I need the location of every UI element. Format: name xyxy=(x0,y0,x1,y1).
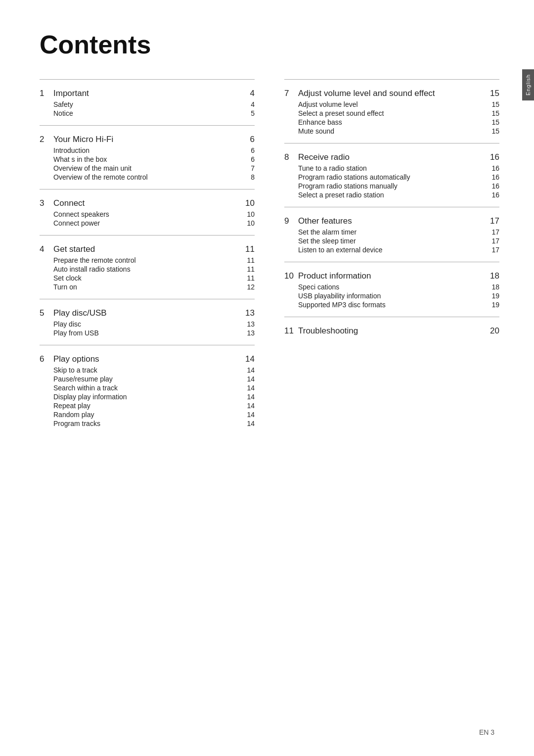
toc-sub-title: USB playability information xyxy=(298,292,485,300)
toc-sub-title: Turn on xyxy=(53,283,240,291)
toc-sub-row: Tune to a radio station16 xyxy=(284,164,499,172)
toc-sub-row: Auto install radio stations11 xyxy=(40,265,255,273)
right-column: 7Adjust volume level and sound effect15A… xyxy=(284,79,499,435)
toc-sub-row: Adjust volume level15 xyxy=(284,100,499,108)
toc-sub-title: Program tracks xyxy=(53,420,240,427)
toc-sub-title: Select a preset radio station xyxy=(298,191,485,199)
toc-section: 7Adjust volume level and sound effect15A… xyxy=(284,79,499,143)
toc-sub-page: 15 xyxy=(485,109,499,117)
left-column: 1Important4Safety4Notice52Your Micro Hi-… xyxy=(40,79,255,435)
toc-sub-title: Notice xyxy=(53,109,240,117)
toc-section-title: Receive radio xyxy=(298,152,485,162)
toc-sub-title: Prepare the remote control xyxy=(53,256,240,264)
language-tab: English xyxy=(522,69,534,100)
toc-sub-row: Play disc13 xyxy=(40,320,255,328)
toc-sub-page: 14 xyxy=(240,375,255,383)
toc-sub-title: Introduction xyxy=(53,146,240,154)
toc-sub-row: Supported MP3 disc formats19 xyxy=(284,301,499,309)
toc-sub-page: 5 xyxy=(240,109,255,117)
toc-sub-row: Skip to a track14 xyxy=(40,366,255,374)
toc-sub-row: Enhance bass15 xyxy=(284,118,499,126)
toc-sub-row: Safety4 xyxy=(40,100,255,108)
toc-section-page: 13 xyxy=(240,308,255,318)
toc-sub-title: Tune to a radio station xyxy=(298,164,485,172)
toc-sub-title: Skip to a track xyxy=(53,366,240,374)
page: English Contents 1Important4Safety4Notic… xyxy=(0,0,534,756)
toc-sub-row: Notice5 xyxy=(40,109,255,117)
toc-section: 10Product information18Speci cations18US… xyxy=(284,262,499,317)
toc-sub-page: 12 xyxy=(240,283,255,291)
toc-sub-title: Auto install radio stations xyxy=(53,265,240,273)
toc-main-row: 10Product information18 xyxy=(284,271,499,281)
toc-main-row: 11Troubleshooting20 xyxy=(284,326,499,336)
toc-section: 1Important4Safety4Notice5 xyxy=(40,79,255,125)
toc-section-number: 2 xyxy=(40,135,53,144)
toc-sub-page: 14 xyxy=(240,411,255,419)
toc-sub-page: 16 xyxy=(485,191,499,199)
toc-sub-page: 17 xyxy=(485,246,499,254)
toc-sub-page: 19 xyxy=(485,292,499,300)
toc-section-title: Troubleshooting xyxy=(298,326,485,336)
toc-sub-title: Program radio stations manually xyxy=(298,182,485,190)
toc-section-number: 6 xyxy=(40,354,53,364)
toc-sub-page: 13 xyxy=(240,329,255,337)
toc-sub-title: Safety xyxy=(53,100,240,108)
toc-section-title: Product information xyxy=(298,271,485,281)
toc-sub-row: USB playability information19 xyxy=(284,292,499,300)
toc-sub-title: Speci cations xyxy=(298,283,485,291)
toc-sub-page: 15 xyxy=(485,127,499,135)
toc-section-page: 20 xyxy=(485,326,499,336)
toc-section-page: 15 xyxy=(485,89,499,98)
toc-main-row: 7Adjust volume level and sound effect15 xyxy=(284,89,499,98)
toc-sub-row: Program radio stations automatically16 xyxy=(284,173,499,181)
toc-section: 11Troubleshooting20 xyxy=(284,317,499,345)
toc-sub-row: Program radio stations manually16 xyxy=(284,182,499,190)
toc-section-title: Play options xyxy=(53,354,240,364)
toc-sub-page: 11 xyxy=(240,274,255,282)
toc-sub-title: Set the sleep timer xyxy=(298,237,485,245)
toc-section: 2Your Micro Hi-Fi6Introduction6What s in… xyxy=(40,125,255,189)
toc-section-number: 4 xyxy=(40,244,53,254)
toc-sub-page: 15 xyxy=(485,118,499,126)
toc-section: 6Play options14Skip to a track14Pause/re… xyxy=(40,345,255,435)
toc-section: 9Other features17Set the alarm timer17Se… xyxy=(284,207,499,262)
toc-sub-page: 14 xyxy=(240,402,255,410)
toc-sub-row: Play from USB13 xyxy=(40,329,255,337)
toc-sub-page: 4 xyxy=(240,100,255,108)
toc-section-number: 9 xyxy=(284,216,298,226)
toc-sub-row: Connect power10 xyxy=(40,219,255,227)
toc-sub-row: Set the sleep timer17 xyxy=(284,237,499,245)
toc-section-page: 17 xyxy=(485,216,499,226)
toc-section-number: 5 xyxy=(40,308,53,318)
toc-sub-row: Pause/resume play14 xyxy=(40,375,255,383)
toc-section-number: 3 xyxy=(40,198,53,208)
toc-section-page: 4 xyxy=(240,89,255,98)
toc-sub-title: Connect power xyxy=(53,219,240,227)
toc-sub-page: 18 xyxy=(485,283,499,291)
toc-main-row: 5Play disc/USB13 xyxy=(40,308,255,318)
toc-sub-row: Overview of the remote control8 xyxy=(40,173,255,181)
toc-section-page: 16 xyxy=(485,152,499,162)
toc-sub-title: Play from USB xyxy=(53,329,240,337)
toc-sub-page: 11 xyxy=(240,265,255,273)
toc-sub-row: Select a preset radio station16 xyxy=(284,191,499,199)
toc-sub-title: Connect speakers xyxy=(53,210,240,218)
toc-sub-title: Display play information xyxy=(53,393,240,401)
toc-sub-page: 7 xyxy=(240,164,255,172)
toc-sub-page: 14 xyxy=(240,420,255,427)
toc-section-title: Important xyxy=(53,89,240,98)
toc-sub-title: Set clock xyxy=(53,274,240,282)
toc-section-page: 14 xyxy=(240,354,255,364)
page-title: Contents xyxy=(40,30,499,59)
toc-sub-title: Supported MP3 disc formats xyxy=(298,301,485,309)
toc-sub-row: Turn on12 xyxy=(40,283,255,291)
toc-sub-title: What s in the box xyxy=(53,155,240,163)
toc-sub-row: Set the alarm timer17 xyxy=(284,228,499,236)
toc-section: 5Play disc/USB13Play disc13Play from USB… xyxy=(40,299,255,345)
toc-sub-row: Display play information14 xyxy=(40,393,255,401)
toc-section-page: 10 xyxy=(240,198,255,208)
toc-main-row: 4Get started11 xyxy=(40,244,255,254)
toc-section-page: 6 xyxy=(240,135,255,144)
toc-sub-row: Listen to an external device17 xyxy=(284,246,499,254)
toc-sub-page: 10 xyxy=(240,210,255,218)
